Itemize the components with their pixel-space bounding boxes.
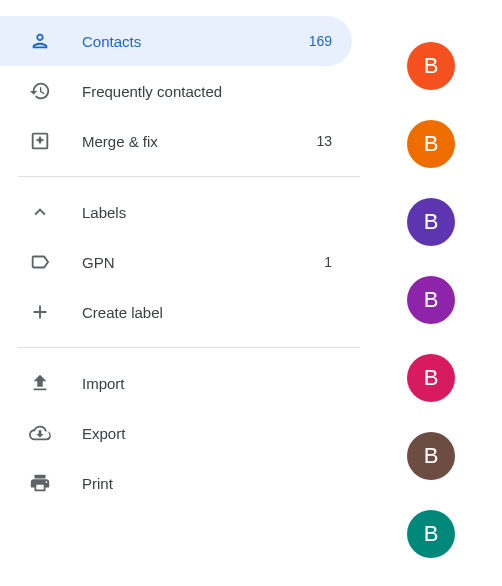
sidebar-item-print[interactable]: Print (0, 458, 352, 508)
avatar[interactable]: B (407, 120, 455, 168)
label-icon (28, 250, 52, 274)
sidebar-item-label: Import (82, 375, 332, 392)
avatar-column: BBBBBBB (360, 10, 502, 586)
sidebar-item-mergefix[interactable]: Merge & fix 13 (0, 116, 352, 166)
history-icon (28, 79, 52, 103)
avatar[interactable]: B (407, 432, 455, 480)
divider (18, 347, 360, 348)
sidebar-label-gpn[interactable]: GPN 1 (0, 237, 352, 287)
sidebar-item-label: Export (82, 425, 332, 442)
sidebar-item-count: 13 (302, 133, 332, 149)
sidebar-item-count: 169 (302, 33, 332, 49)
chevron-up-icon (28, 200, 52, 224)
print-icon (28, 471, 52, 495)
sidebar-item-label: Merge & fix (82, 133, 302, 150)
sidebar-item-contacts[interactable]: Contacts 169 (0, 16, 352, 66)
sidebar-create-label[interactable]: Create label (0, 287, 352, 337)
sidebar-item-import[interactable]: Import (0, 358, 352, 408)
avatar[interactable]: B (407, 198, 455, 246)
sidebar-item-label: Frequently contacted (82, 83, 332, 100)
divider (18, 176, 360, 177)
sidebar-item-frequent[interactable]: Frequently contacted (0, 66, 352, 116)
cloud-download-icon (28, 421, 52, 445)
avatar[interactable]: B (407, 510, 455, 558)
sidebar-labels-header[interactable]: Labels (0, 187, 352, 237)
avatar[interactable]: B (407, 354, 455, 402)
sidebar-item-label: Labels (82, 204, 332, 221)
sidebar-item-label: GPN (82, 254, 302, 271)
sidebar-item-label: Create label (82, 304, 332, 321)
sparkle-icon (28, 129, 52, 153)
sidebar: Contacts 169 Frequently contacted Merge … (0, 10, 360, 586)
sidebar-item-export[interactable]: Export (0, 408, 352, 458)
avatar[interactable]: B (407, 276, 455, 324)
upload-icon (28, 371, 52, 395)
sidebar-item-label: Contacts (82, 33, 302, 50)
sidebar-item-count: 1 (302, 254, 332, 270)
person-icon (28, 29, 52, 53)
plus-icon (28, 300, 52, 324)
avatar[interactable]: B (407, 42, 455, 90)
sidebar-item-label: Print (82, 475, 332, 492)
